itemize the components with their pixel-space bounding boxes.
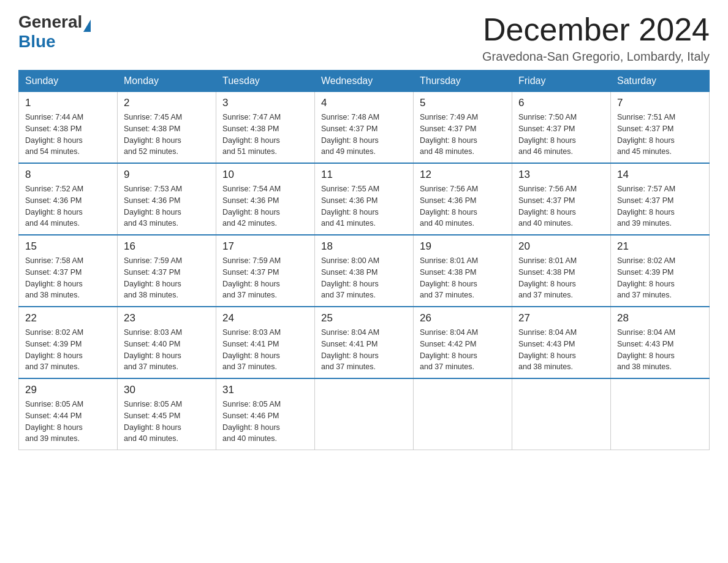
- day-info: Sunrise: 7:59 AMSunset: 4:37 PMDaylight:…: [124, 255, 210, 301]
- weekday-header-friday: Friday: [512, 71, 611, 92]
- day-info: Sunrise: 7:56 AMSunset: 4:37 PMDaylight:…: [518, 183, 604, 229]
- logo-triangle-icon: [83, 20, 91, 32]
- weekday-header-monday: Monday: [118, 71, 216, 92]
- calendar-cell: 8Sunrise: 7:52 AMSunset: 4:36 PMDaylight…: [19, 163, 118, 235]
- day-info: Sunrise: 7:53 AMSunset: 4:36 PMDaylight:…: [124, 183, 210, 229]
- day-info: Sunrise: 8:05 AMSunset: 4:46 PMDaylight:…: [222, 399, 308, 445]
- calendar-table: SundayMondayTuesdayWednesdayThursdayFrid…: [18, 70, 710, 450]
- calendar-cell: 7Sunrise: 7:51 AMSunset: 4:37 PMDaylight…: [611, 92, 710, 164]
- day-info: Sunrise: 7:47 AMSunset: 4:38 PMDaylight:…: [222, 112, 308, 158]
- calendar-cell: 10Sunrise: 7:54 AMSunset: 4:36 PMDayligh…: [216, 163, 315, 235]
- day-info: Sunrise: 7:49 AMSunset: 4:37 PMDaylight:…: [420, 112, 506, 158]
- calendar-cell: 25Sunrise: 8:04 AMSunset: 4:41 PMDayligh…: [315, 307, 414, 378]
- day-info: Sunrise: 8:04 AMSunset: 4:43 PMDaylight:…: [518, 327, 604, 373]
- calendar-cell: 12Sunrise: 7:56 AMSunset: 4:36 PMDayligh…: [414, 163, 512, 235]
- calendar-cell: 19Sunrise: 8:01 AMSunset: 4:38 PMDayligh…: [414, 235, 512, 307]
- calendar-cell: 16Sunrise: 7:59 AMSunset: 4:37 PMDayligh…: [118, 235, 216, 307]
- day-number: 30: [124, 384, 210, 396]
- day-info: Sunrise: 8:01 AMSunset: 4:38 PMDaylight:…: [518, 255, 604, 301]
- calendar-cell: 20Sunrise: 8:01 AMSunset: 4:38 PMDayligh…: [512, 235, 611, 307]
- day-number: 24: [222, 312, 308, 324]
- calendar-cell: 24Sunrise: 8:03 AMSunset: 4:41 PMDayligh…: [216, 307, 315, 378]
- calendar-week-2: 8Sunrise: 7:52 AMSunset: 4:36 PMDaylight…: [19, 163, 710, 235]
- calendar-cell: 3Sunrise: 7:47 AMSunset: 4:38 PMDaylight…: [216, 92, 315, 164]
- day-number: 6: [518, 97, 604, 109]
- weekday-header-tuesday: Tuesday: [216, 71, 315, 92]
- day-number: 23: [124, 312, 210, 324]
- calendar-cell: 13Sunrise: 7:56 AMSunset: 4:37 PMDayligh…: [512, 163, 611, 235]
- day-info: Sunrise: 7:57 AMSunset: 4:37 PMDaylight:…: [617, 183, 703, 229]
- day-info: Sunrise: 8:02 AMSunset: 4:39 PMDaylight:…: [617, 255, 703, 301]
- day-number: 26: [420, 312, 506, 324]
- day-number: 27: [518, 312, 604, 324]
- day-info: Sunrise: 7:48 AMSunset: 4:37 PMDaylight:…: [321, 112, 407, 158]
- day-info: Sunrise: 8:05 AMSunset: 4:44 PMDaylight:…: [25, 399, 111, 445]
- day-number: 13: [518, 169, 604, 181]
- weekday-header-row: SundayMondayTuesdayWednesdayThursdayFrid…: [19, 71, 710, 92]
- calendar-cell: 6Sunrise: 7:50 AMSunset: 4:37 PMDaylight…: [512, 92, 611, 164]
- calendar-cell: 29Sunrise: 8:05 AMSunset: 4:44 PMDayligh…: [19, 378, 118, 450]
- logo-blue: Blue: [18, 32, 56, 51]
- calendar-cell: 23Sunrise: 8:03 AMSunset: 4:40 PMDayligh…: [118, 307, 216, 378]
- logo-general: General: [18, 12, 82, 32]
- day-number: 3: [222, 97, 308, 109]
- calendar-cell: 21Sunrise: 8:02 AMSunset: 4:39 PMDayligh…: [611, 235, 710, 307]
- month-title: December 2024: [482, 12, 710, 47]
- day-info: Sunrise: 8:03 AMSunset: 4:41 PMDaylight:…: [222, 327, 308, 373]
- weekday-header-sunday: Sunday: [19, 71, 118, 92]
- day-number: 18: [321, 240, 407, 253]
- day-number: 4: [321, 97, 407, 109]
- day-info: Sunrise: 8:04 AMSunset: 4:41 PMDaylight:…: [321, 327, 407, 373]
- page-header: General Blue December 2024 Gravedona-San…: [18, 12, 710, 64]
- day-info: Sunrise: 7:44 AMSunset: 4:38 PMDaylight:…: [25, 112, 111, 158]
- day-info: Sunrise: 7:54 AMSunset: 4:36 PMDaylight:…: [222, 183, 308, 229]
- day-number: 8: [25, 169, 111, 181]
- day-number: 9: [124, 169, 210, 181]
- calendar-cell: [512, 378, 611, 450]
- day-info: Sunrise: 8:01 AMSunset: 4:38 PMDaylight:…: [420, 255, 506, 301]
- calendar-cell: 22Sunrise: 8:02 AMSunset: 4:39 PMDayligh…: [19, 307, 118, 378]
- calendar-cell: 18Sunrise: 8:00 AMSunset: 4:38 PMDayligh…: [315, 235, 414, 307]
- day-info: Sunrise: 8:05 AMSunset: 4:45 PMDaylight:…: [124, 399, 210, 445]
- weekday-header-wednesday: Wednesday: [315, 71, 414, 92]
- day-number: 7: [617, 97, 703, 109]
- calendar-cell: 27Sunrise: 8:04 AMSunset: 4:43 PMDayligh…: [512, 307, 611, 378]
- day-info: Sunrise: 8:04 AMSunset: 4:42 PMDaylight:…: [420, 327, 506, 373]
- day-info: Sunrise: 7:58 AMSunset: 4:37 PMDaylight:…: [25, 255, 111, 301]
- day-info: Sunrise: 8:04 AMSunset: 4:43 PMDaylight:…: [617, 327, 703, 373]
- day-number: 28: [617, 312, 703, 324]
- location-title: Gravedona-San Gregorio, Lombardy, Italy: [482, 50, 710, 64]
- day-number: 22: [25, 312, 111, 324]
- calendar-cell: 9Sunrise: 7:53 AMSunset: 4:36 PMDaylight…: [118, 163, 216, 235]
- calendar-cell: 5Sunrise: 7:49 AMSunset: 4:37 PMDaylight…: [414, 92, 512, 164]
- calendar-cell: 11Sunrise: 7:55 AMSunset: 4:36 PMDayligh…: [315, 163, 414, 235]
- day-info: Sunrise: 7:52 AMSunset: 4:36 PMDaylight:…: [25, 183, 111, 229]
- calendar-week-3: 15Sunrise: 7:58 AMSunset: 4:37 PMDayligh…: [19, 235, 710, 307]
- title-block: December 2024 Gravedona-San Gregorio, Lo…: [482, 12, 710, 64]
- day-info: Sunrise: 7:50 AMSunset: 4:37 PMDaylight:…: [518, 112, 604, 158]
- day-number: 20: [518, 240, 604, 253]
- calendar-week-5: 29Sunrise: 8:05 AMSunset: 4:44 PMDayligh…: [19, 378, 710, 450]
- day-number: 2: [124, 97, 210, 109]
- calendar-cell: 2Sunrise: 7:45 AMSunset: 4:38 PMDaylight…: [118, 92, 216, 164]
- day-number: 31: [222, 384, 308, 396]
- calendar-cell: [611, 378, 710, 450]
- day-number: 5: [420, 97, 506, 109]
- calendar-cell: 28Sunrise: 8:04 AMSunset: 4:43 PMDayligh…: [611, 307, 710, 378]
- weekday-header-saturday: Saturday: [611, 71, 710, 92]
- calendar-cell: [315, 378, 414, 450]
- calendar-week-4: 22Sunrise: 8:02 AMSunset: 4:39 PMDayligh…: [19, 307, 710, 378]
- day-number: 19: [420, 240, 506, 253]
- day-number: 29: [25, 384, 111, 396]
- weekday-header-thursday: Thursday: [414, 71, 512, 92]
- day-info: Sunrise: 7:59 AMSunset: 4:37 PMDaylight:…: [222, 255, 308, 301]
- calendar-cell: [414, 378, 512, 450]
- day-number: 12: [420, 169, 506, 181]
- day-number: 16: [124, 240, 210, 253]
- day-number: 17: [222, 240, 308, 253]
- day-number: 11: [321, 169, 407, 181]
- day-info: Sunrise: 8:02 AMSunset: 4:39 PMDaylight:…: [25, 327, 111, 373]
- calendar-cell: 26Sunrise: 8:04 AMSunset: 4:42 PMDayligh…: [414, 307, 512, 378]
- day-info: Sunrise: 8:03 AMSunset: 4:40 PMDaylight:…: [124, 327, 210, 373]
- calendar-cell: 17Sunrise: 7:59 AMSunset: 4:37 PMDayligh…: [216, 235, 315, 307]
